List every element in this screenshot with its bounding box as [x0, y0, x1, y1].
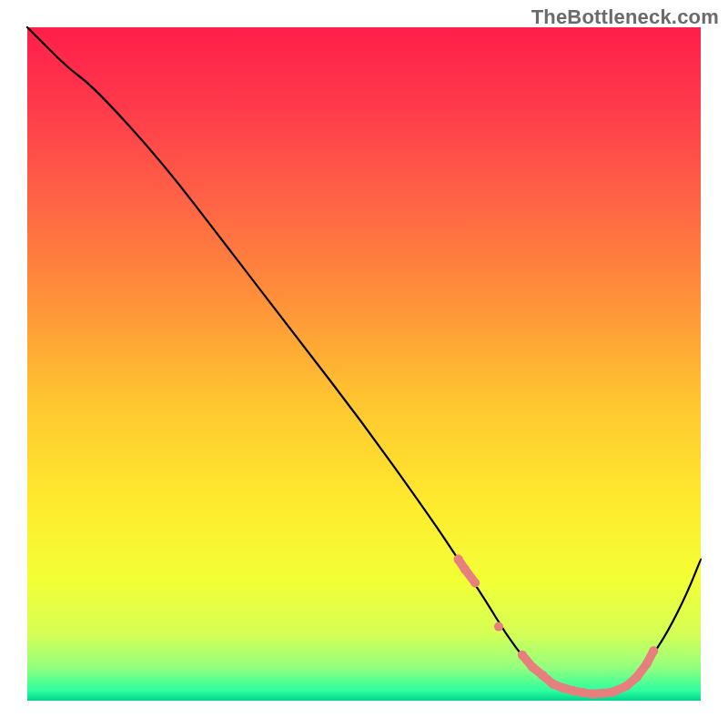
- chart-stage: TheBottleneck.com: [0, 0, 728, 728]
- bottleneck-curve: [27, 27, 701, 693]
- plot-area: [27, 27, 701, 701]
- highlight-dot: [649, 646, 658, 655]
- highlight-dot: [494, 622, 503, 632]
- highlight-dot: [470, 579, 480, 588]
- watermark-text: TheBottleneck.com: [531, 5, 719, 29]
- curve-layer: [27, 27, 701, 701]
- highlight-dots: [454, 555, 659, 699]
